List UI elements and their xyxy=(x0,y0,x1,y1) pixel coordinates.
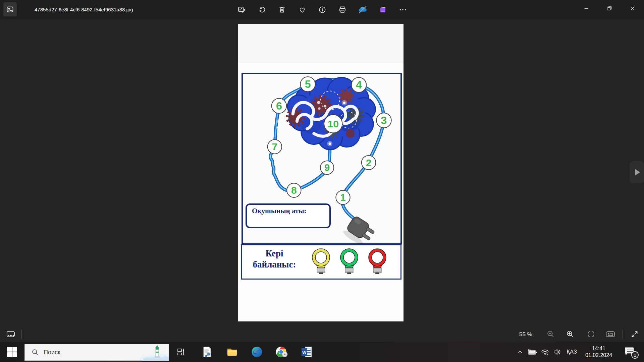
photos-app-icon[interactable] xyxy=(3,2,17,16)
file-explorer-icon xyxy=(226,346,238,358)
close-button[interactable] xyxy=(621,0,644,17)
number-circle-9: 9 xyxy=(320,161,334,174)
window-controls xyxy=(575,0,644,17)
number-circle-8: 8 xyxy=(287,183,301,197)
bulb-green xyxy=(339,248,359,276)
clock[interactable]: 14:41 01.02.2024 xyxy=(581,342,616,362)
clock-time: 14:41 xyxy=(592,345,605,352)
taskbar-search[interactable]: Поиск xyxy=(24,344,169,361)
svg-text:W: W xyxy=(302,350,307,355)
word-button[interactable]: W xyxy=(297,342,317,362)
number-circle-1: 1 xyxy=(336,190,350,204)
zoom-out-button[interactable] xyxy=(544,328,557,341)
edit-image-button[interactable] xyxy=(232,2,252,17)
file-explorer-button[interactable] xyxy=(222,342,242,362)
number-circle-7: 7 xyxy=(268,140,282,154)
chevron-up-icon xyxy=(517,349,523,355)
fullscreen-button[interactable] xyxy=(628,328,641,341)
photo-image: 12345678910 Оқушының аты: Кері байланыс: xyxy=(238,24,404,321)
search-box-art-lighthouse xyxy=(140,344,169,360)
filmstrip-icon xyxy=(6,329,16,339)
volume-icon xyxy=(553,348,561,356)
next-image-button[interactable] xyxy=(630,161,644,183)
language-indicator[interactable]: ҚАЗ xyxy=(564,342,580,362)
notification-icon: 1 xyxy=(621,342,641,362)
viewer-canvas: 12345678910 Оқушының аты: Кері байланыс: xyxy=(0,19,644,342)
statusbar-separator-left xyxy=(21,329,22,339)
fullscreen-icon xyxy=(630,330,639,339)
search-icon xyxy=(32,349,39,356)
edge-button[interactable] xyxy=(247,342,267,362)
edit-image-icon xyxy=(237,5,246,14)
student-name-label: Оқушының аты: xyxy=(247,205,329,215)
chrome-button[interactable] xyxy=(272,342,292,362)
title-bar: 47855d27-6e8f-4cf6-8492-f54ef9631a88.jpg xyxy=(0,0,644,19)
delete-button[interactable] xyxy=(272,2,292,17)
feedback-label: Кері байланыс: xyxy=(246,248,303,270)
statusbar-separator-right xyxy=(623,329,623,339)
print-button[interactable] xyxy=(332,2,353,17)
tray-expand-button[interactable] xyxy=(514,342,526,362)
network-status[interactable] xyxy=(539,342,551,362)
volume-status[interactable] xyxy=(551,342,563,362)
fit-screen-button[interactable] xyxy=(584,328,598,341)
actual-size-button[interactable]: 1:1 xyxy=(604,328,617,341)
start-button[interactable] xyxy=(4,342,20,362)
favorite-icon xyxy=(298,5,307,14)
feedback-box: Кері байланыс: xyxy=(241,244,401,280)
svg-text:5: 5 xyxy=(305,78,311,90)
clipchamp-button[interactable] xyxy=(373,2,393,17)
favorite-button[interactable] xyxy=(292,2,312,17)
info-button[interactable] xyxy=(312,2,332,17)
feedback-label-line2: байланыс: xyxy=(246,259,303,270)
delete-icon xyxy=(278,5,286,14)
svg-text:2: 2 xyxy=(366,157,372,168)
svg-text:6: 6 xyxy=(276,100,282,112)
number-circle-2: 2 xyxy=(362,156,376,170)
zoom-in-button[interactable] xyxy=(564,328,577,341)
print-icon xyxy=(338,5,347,14)
photos-app-glyph xyxy=(6,5,14,13)
word-icon: W xyxy=(301,346,313,358)
zoom-out-icon xyxy=(546,330,555,339)
status-bar: 55 % 1:1 xyxy=(0,327,644,342)
search-placeholder: Поиск xyxy=(44,349,140,356)
start-icon xyxy=(7,347,17,357)
svg-text:8: 8 xyxy=(291,185,297,196)
notification-center-button[interactable]: 1 xyxy=(621,342,641,362)
onedrive-offline-icon xyxy=(358,5,368,14)
minimize-icon xyxy=(583,5,590,12)
chrome-icon xyxy=(275,346,288,358)
clock-date: 01.02.2024 xyxy=(585,352,612,359)
number-circle-5: 5 xyxy=(300,77,315,92)
svg-text:4: 4 xyxy=(356,79,362,91)
svg-text:1: 1 xyxy=(340,192,346,203)
zoom-level: 55 % xyxy=(519,327,532,342)
window-title: 47855d27-6e8f-4cf6-8492-f54ef9631a88.jpg xyxy=(35,0,133,19)
taskbar: Поиск xyxy=(0,342,644,362)
notification-badge: 1 xyxy=(634,353,636,358)
zoom-in-icon xyxy=(566,330,575,339)
info-icon xyxy=(318,5,327,14)
see-more-icon xyxy=(398,5,407,14)
task-view-icon xyxy=(176,347,186,357)
onedrive-offline-button[interactable] xyxy=(353,2,373,17)
python-file-button[interactable] xyxy=(197,342,217,362)
clipchamp-icon xyxy=(378,5,387,14)
see-more-button[interactable] xyxy=(393,2,413,17)
next-arrow-icon xyxy=(635,169,640,176)
minimize-button[interactable] xyxy=(575,0,598,17)
wifi-icon xyxy=(541,348,549,356)
bulb-red xyxy=(368,248,387,276)
edge-icon xyxy=(251,346,263,358)
poster-main-box: 12345678910 Оқушының аты: xyxy=(241,73,402,245)
fit-screen-icon xyxy=(587,330,595,339)
filmstrip-button[interactable] xyxy=(4,328,17,341)
restore-icon xyxy=(606,5,613,12)
rotate-icon xyxy=(258,5,266,14)
rotate-button[interactable] xyxy=(252,2,272,17)
restore-button[interactable] xyxy=(598,0,621,17)
task-view-button[interactable] xyxy=(171,342,191,362)
battery-icon xyxy=(527,349,537,355)
battery-status[interactable] xyxy=(527,342,538,362)
